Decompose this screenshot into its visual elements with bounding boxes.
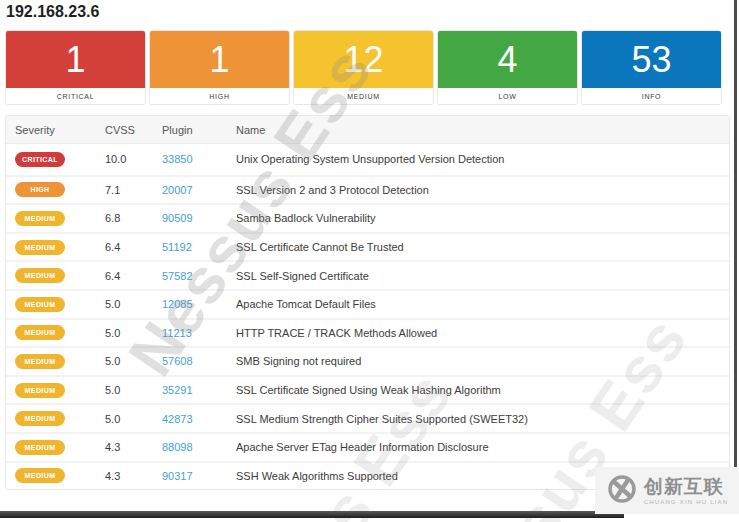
vulnerability-name: SMB Signing not required [236, 355, 729, 367]
severity-badge: MEDIUM [15, 383, 65, 398]
severity-badge: MEDIUM [15, 325, 65, 340]
severity-badge: MEDIUM [15, 440, 65, 455]
vulnerability-name: SSL Certificate Signed Using Weak Hashin… [236, 384, 729, 396]
plugin-id-link[interactable]: 57582 [162, 270, 193, 282]
severity-badge: MEDIUM [15, 268, 65, 283]
vulnerability-name: SSL Self-Signed Certificate [236, 270, 729, 282]
table-row[interactable]: MEDIUM 6.8 90509 Samba Badlock Vulnerabi… [6, 203, 729, 232]
severity-badge: MEDIUM [15, 411, 65, 426]
host-title: 192.168.23.6 [6, 3, 99, 21]
window-bottom-border [0, 511, 624, 518]
cvss-value: 5.0 [105, 413, 162, 425]
severity-summary-cards: 1 CRITICAL 1 HIGH 12 MEDIUM 4 LOW 53 INF… [5, 30, 722, 105]
table-row[interactable]: MEDIUM 6.4 51192 SSL Certificate Cannot … [6, 232, 729, 261]
severity-badge: HIGH [15, 182, 65, 197]
brand-watermark: 创新互联 CHUANG XIN HU LIAN [595, 467, 739, 514]
vulnerability-table: Severity CVSS Plugin Name CRITICAL 10.0 … [5, 115, 730, 490]
severity-badge: MEDIUM [15, 468, 65, 483]
table-body: CRITICAL 10.0 33850 Unix Operating Syste… [6, 144, 729, 489]
severity-card-high[interactable]: 1 HIGH [149, 30, 290, 105]
plugin-id-link[interactable]: 90509 [162, 212, 193, 224]
table-header: Severity CVSS Plugin Name [6, 116, 729, 144]
plugin-id-link[interactable]: 88098 [162, 441, 193, 453]
plugin-id-link[interactable]: 90317 [162, 470, 193, 482]
severity-badge: MEDIUM [15, 354, 65, 369]
cvss-value: 4.3 [105, 441, 162, 453]
severity-card-medium[interactable]: 12 MEDIUM [293, 30, 434, 105]
brand-subtitle: CHUANG XIN HU LIAN [644, 499, 729, 505]
vulnerability-name: Samba Badlock Vulnerability [236, 212, 729, 224]
vulnerability-name: HTTP TRACE / TRACK Methods Allowed [236, 327, 729, 339]
vulnerability-name: SSL Version 2 and 3 Protocol Detection [236, 184, 729, 196]
column-header-severity: Severity [15, 124, 105, 136]
severity-card-count: 4 [438, 31, 577, 88]
severity-card-count: 1 [150, 31, 289, 88]
severity-card-label: HIGH [150, 88, 289, 104]
cvss-value: 6.4 [105, 270, 162, 282]
severity-card-count: 12 [294, 31, 433, 88]
severity-badge: MEDIUM [15, 211, 65, 226]
severity-card-info[interactable]: 53 INFO [581, 30, 722, 105]
cvss-value: 4.3 [105, 470, 162, 482]
cvss-value: 5.0 [105, 384, 162, 396]
plugin-id-link[interactable]: 20007 [162, 184, 193, 196]
plugin-id-link[interactable]: 11213 [162, 327, 192, 339]
table-row[interactable]: MEDIUM 5.0 35291 SSL Certificate Signed … [6, 375, 729, 404]
severity-card-critical[interactable]: 1 CRITICAL [5, 30, 146, 105]
cvss-value: 5.0 [105, 298, 162, 310]
cvss-value: 7.1 [105, 184, 162, 196]
vulnerability-name: Apache Server ETag Header Information Di… [236, 441, 729, 453]
cvss-value: 5.0 [105, 327, 162, 339]
table-row[interactable]: MEDIUM 5.0 12085 Apache Tomcat Default F… [6, 289, 729, 318]
plugin-id-link[interactable]: 35291 [162, 384, 193, 396]
vulnerability-name: Apache Tomcat Default Files [236, 298, 729, 310]
window-right-border [734, 0, 737, 468]
plugin-id-link[interactable]: 33850 [162, 153, 193, 165]
severity-card-label: CRITICAL [6, 88, 145, 104]
severity-card-count: 53 [582, 31, 721, 88]
table-row[interactable]: MEDIUM 6.4 57582 SSL Self-Signed Certifi… [6, 260, 729, 289]
severity-card-label: MEDIUM [294, 88, 433, 104]
column-header-name: Name [236, 124, 729, 136]
cvss-value: 6.4 [105, 241, 162, 253]
cvss-value: 6.8 [105, 212, 162, 224]
severity-badge: MEDIUM [15, 297, 65, 312]
cvss-value: 10.0 [105, 153, 162, 165]
severity-card-count: 1 [6, 31, 145, 88]
circle-x-icon [606, 473, 638, 509]
table-row[interactable]: HIGH 7.1 20007 SSL Version 2 and 3 Proto… [6, 175, 729, 204]
table-row[interactable]: CRITICAL 10.0 33850 Unix Operating Syste… [6, 144, 729, 175]
brand-name: 创新互联 [644, 477, 729, 496]
vulnerability-name: SSL Certificate Cannot Be Trusted [236, 241, 729, 253]
severity-card-low[interactable]: 4 LOW [437, 30, 578, 105]
plugin-id-link[interactable]: 42873 [162, 413, 193, 425]
severity-card-label: LOW [438, 88, 577, 104]
column-header-cvss: CVSS [105, 124, 162, 136]
severity-badge: CRITICAL [15, 152, 65, 167]
plugin-id-link[interactable]: 12085 [162, 298, 193, 310]
column-header-plugin: Plugin [162, 124, 236, 136]
severity-badge: MEDIUM [15, 240, 65, 255]
vulnerability-name: SSL Medium Strength Cipher Suites Suppor… [236, 413, 729, 425]
plugin-id-link[interactable]: 51192 [162, 241, 192, 253]
table-row[interactable]: MEDIUM 5.0 57608 SMB Signing not require… [6, 346, 729, 375]
table-row[interactable]: MEDIUM 5.0 42873 SSL Medium Strength Cip… [6, 403, 729, 432]
cvss-value: 5.0 [105, 355, 162, 367]
plugin-id-link[interactable]: 57608 [162, 355, 193, 367]
vulnerability-name: Unix Operating System Unsupported Versio… [236, 153, 729, 165]
table-row[interactable]: MEDIUM 4.3 88098 Apache Server ETag Head… [6, 432, 729, 461]
severity-card-label: INFO [582, 88, 721, 104]
table-row[interactable]: MEDIUM 5.0 11213 HTTP TRACE / TRACK Meth… [6, 318, 729, 347]
